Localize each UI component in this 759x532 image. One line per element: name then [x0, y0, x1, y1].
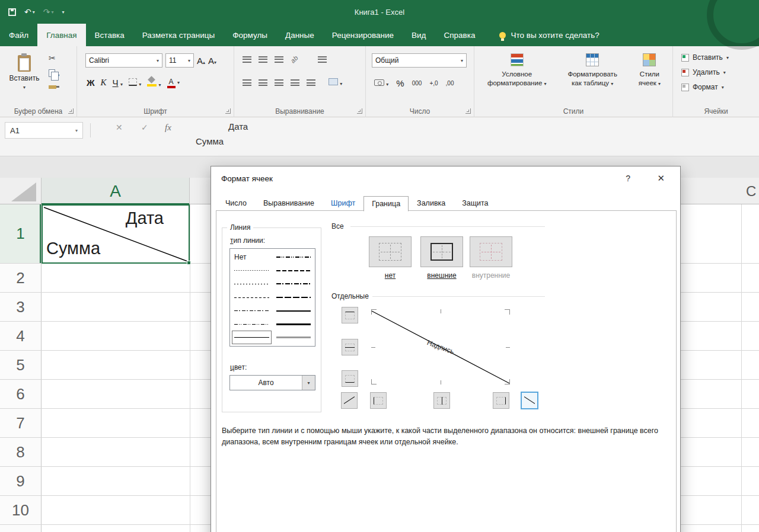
name-box[interactable]: A1▾	[5, 122, 83, 139]
line-style-med-dashed[interactable]	[274, 264, 314, 278]
percent-style-icon[interactable]: %	[396, 78, 404, 88]
preset-none-button[interactable]	[369, 236, 412, 267]
borders-dropdown-icon[interactable]: ▾	[139, 82, 141, 87]
accounting-format-button[interactable]: ▾	[374, 79, 388, 88]
border-diagonal-down-button[interactable]	[521, 392, 538, 409]
borders-button[interactable]: ▾	[129, 78, 141, 88]
tab-formulas[interactable]: Формулы	[224, 24, 276, 46]
line-style-double[interactable]	[274, 331, 314, 344]
dialog-tab-border[interactable]: Граница	[363, 196, 409, 211]
border-inner-vertical-button[interactable]	[433, 392, 450, 409]
line-style-med-dash-dot-dot[interactable]	[274, 251, 314, 264]
increase-decimal-icon[interactable]: +,0	[429, 80, 438, 86]
insert-dropdown-icon[interactable]: ▾	[726, 55, 729, 60]
decrease-decimal-icon[interactable]: ,00	[446, 80, 454, 86]
dialog-close-icon[interactable]: ✕	[657, 173, 665, 184]
color-dropdown-icon[interactable]: ▾	[302, 376, 315, 390]
delete-dropdown-icon[interactable]: ▾	[723, 70, 726, 75]
row-header-1[interactable]: 1	[0, 204, 42, 263]
insert-function-icon[interactable]: fx	[165, 123, 171, 133]
merge-center-button[interactable]: ▾	[329, 78, 342, 87]
line-style-dashed-small[interactable]	[232, 291, 272, 305]
copy-button[interactable]: ▾	[49, 69, 59, 79]
row-header-3[interactable]: 3	[0, 293, 42, 321]
line-style-dotted[interactable]	[232, 277, 272, 291]
dialog-tab-fill[interactable]: Заливка	[409, 196, 454, 211]
row-header-7[interactable]: 7	[0, 409, 42, 437]
enter-entry-icon[interactable]: ✓	[141, 123, 148, 132]
merge-dropdown-icon[interactable]: ▾	[340, 81, 342, 86]
dialog-tab-alignment[interactable]: Выравнивание	[255, 196, 323, 211]
fill-color-button[interactable]: ▾	[147, 77, 161, 88]
line-style-none[interactable]: Нет	[232, 251, 272, 264]
dialog-tab-number[interactable]: Число	[217, 196, 255, 211]
row-header-6[interactable]: 6	[0, 380, 42, 408]
tab-review[interactable]: Рецензирование	[323, 24, 403, 46]
tab-help[interactable]: Справка	[435, 24, 484, 46]
align-center-icon[interactable]	[259, 79, 267, 86]
select-all-corner[interactable]	[0, 178, 42, 204]
format-dropdown-icon[interactable]: ▾	[722, 85, 724, 90]
tab-file[interactable]: Файл	[0, 24, 37, 46]
number-dialog-launcher-icon[interactable]	[465, 108, 471, 114]
font-size-dropdown-icon[interactable]: ▾	[185, 58, 190, 63]
increase-font-button[interactable]: А▴	[197, 56, 205, 66]
row-header-4[interactable]: 4	[0, 322, 42, 350]
accounting-dropdown-icon[interactable]: ▾	[386, 82, 388, 87]
tab-insert[interactable]: Вставка	[86, 24, 133, 46]
underline-button[interactable]: Ч ▾	[113, 78, 123, 88]
row-header-10[interactable]: 10	[0, 496, 42, 524]
clipboard-dialog-launcher-icon[interactable]	[68, 108, 74, 114]
line-style-medium-solid[interactable]	[274, 304, 314, 318]
tab-home[interactable]: Главная	[37, 24, 85, 46]
name-box-dropdown-icon[interactable]: ▾	[75, 128, 78, 133]
wrap-text-icon[interactable]	[318, 56, 327, 63]
decrease-indent-icon[interactable]	[291, 79, 299, 86]
formula-input[interactable]: Дата Сумма	[184, 120, 753, 155]
border-preview[interactable]: Надпись	[369, 307, 512, 387]
delete-cells-button[interactable]: Удалить▾	[681, 68, 729, 76]
preset-inside-button[interactable]	[470, 236, 512, 267]
align-right-icon[interactable]	[275, 79, 283, 86]
row-header-2[interactable]: 2	[0, 264, 42, 292]
font-dialog-launcher-icon[interactable]	[225, 108, 231, 114]
fill-color-dropdown-icon[interactable]: ▾	[159, 82, 161, 88]
align-left-icon[interactable]	[243, 79, 251, 86]
dialog-help-icon[interactable]: ?	[626, 174, 630, 183]
format-as-table-button[interactable]: Форматироватькак таблицу ▾	[564, 51, 620, 90]
tell-me-search[interactable]: Что вы хотите сделать?	[484, 24, 599, 46]
number-format-combo[interactable]: Общий▾	[372, 53, 467, 68]
dialog-titlebar[interactable]: Формат ячеек ? ✕	[211, 166, 680, 191]
fill-handle[interactable]	[187, 261, 191, 265]
align-top-icon[interactable]	[243, 56, 251, 63]
align-bottom-icon[interactable]	[275, 56, 283, 63]
border-bottom-button[interactable]	[342, 370, 358, 387]
tab-view[interactable]: Вид	[403, 24, 435, 46]
row-header-partial[interactable]	[0, 525, 42, 532]
border-top-button[interactable]	[342, 307, 358, 323]
border-left-button[interactable]	[370, 392, 387, 409]
cell-a1[interactable]: Дата Сумма	[42, 204, 190, 264]
font-size-combo[interactable]: 11▾	[165, 53, 194, 68]
conditional-formatting-button[interactable]: Условноеформатирование ▾	[484, 51, 550, 90]
line-style-thin-solid-selected[interactable]	[232, 331, 272, 344]
cell-styles-button[interactable]: Стилиячеек ▾	[635, 51, 664, 90]
dialog-tab-font[interactable]: Шрифт	[323, 196, 363, 211]
column-header-right[interactable]: C	[741, 178, 759, 204]
font-name-combo[interactable]: Calibri▾	[85, 53, 162, 68]
bold-button[interactable]: Ж	[87, 78, 95, 88]
decrease-font-button[interactable]: А▾	[208, 56, 216, 66]
line-style-med-dash-dot[interactable]	[274, 277, 314, 291]
comma-style-icon[interactable]: 000	[412, 80, 422, 86]
align-middle-icon[interactable]	[259, 56, 267, 63]
font-color-button[interactable]: А ▾	[167, 78, 180, 88]
line-style-dash-dot[interactable]	[232, 304, 272, 318]
column-header-a[interactable]: A	[42, 178, 190, 204]
row-header-8[interactable]: 8	[0, 438, 42, 466]
border-inner-horizontal-button[interactable]	[342, 339, 358, 355]
row-header-9[interactable]: 9	[0, 467, 42, 495]
underline-dropdown-icon[interactable]: ▾	[120, 82, 123, 87]
format-cells-button[interactable]: Формат▾	[681, 83, 729, 91]
line-style-dotted-fine[interactable]	[232, 264, 272, 278]
preset-outline-button[interactable]	[420, 236, 463, 267]
